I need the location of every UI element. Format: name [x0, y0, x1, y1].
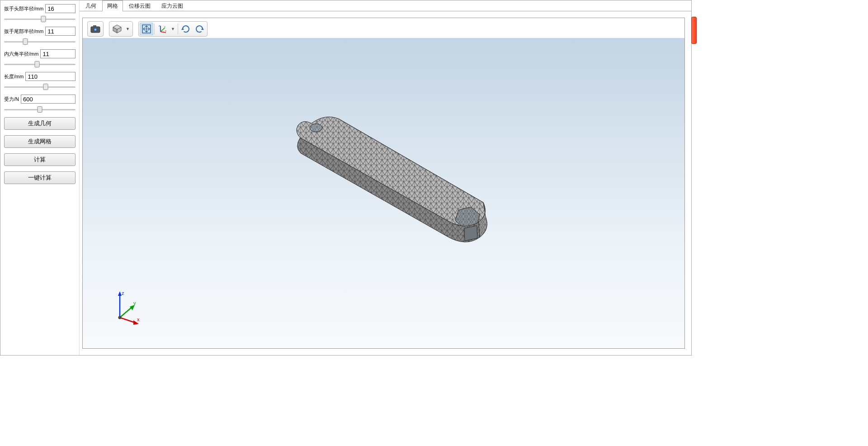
cube-iso-icon[interactable]: [110, 23, 124, 35]
svg-line-12: [160, 28, 165, 32]
parameter-sidebar: 扳手头部半径/mm 扳手尾部半径/mm 内六角半径/mm 长度/mm: [0, 0, 80, 355]
main-area: 几何 网格 位移云图 应力云图 ▼: [80, 0, 691, 355]
svg-rect-1: [93, 25, 96, 27]
fit-view-icon[interactable]: [140, 23, 153, 35]
svg-point-17: [310, 124, 322, 132]
canvas-3d[interactable]: z y x: [83, 38, 684, 348]
tail-radius-input[interactable]: [45, 27, 75, 36]
generate-mesh-button[interactable]: 生成网格: [4, 135, 75, 148]
calculate-button[interactable]: 计算: [4, 153, 75, 166]
slider-thumb[interactable]: [41, 16, 46, 22]
tab-stress[interactable]: 应力云图: [156, 0, 188, 11]
axis-label-x: x: [137, 317, 140, 322]
force-input[interactable]: [21, 95, 75, 104]
chevron-down-icon[interactable]: ▼: [169, 27, 177, 31]
chevron-down-icon[interactable]: ▼: [124, 27, 132, 31]
hex-radius-input[interactable]: [40, 49, 75, 58]
axes-icon[interactable]: z x y: [156, 23, 169, 35]
svg-marker-14: [181, 28, 184, 30]
svg-text:x: x: [165, 29, 166, 32]
param-label: 扳手尾部半径/mm: [4, 28, 43, 35]
svg-marker-15: [201, 28, 204, 30]
svg-point-3: [94, 28, 97, 31]
param-row-force: 受力/N: [4, 95, 75, 104]
param-row-hex-radius: 内六角半径/mm: [4, 49, 75, 58]
one-click-calc-button[interactable]: 一键计算: [4, 171, 75, 184]
svg-text:y: y: [164, 25, 165, 28]
axis-label-y: y: [133, 300, 136, 306]
param-row-tail-radius: 扳手尾部半径/mm: [4, 27, 75, 36]
svg-marker-21: [130, 305, 135, 310]
tab-mesh[interactable]: 网格: [102, 0, 123, 11]
slider-thumb[interactable]: [23, 38, 28, 45]
slider-thumb[interactable]: [43, 84, 48, 90]
svg-marker-19: [118, 291, 122, 296]
hex-radius-slider[interactable]: [4, 60, 75, 68]
right-scroll-indicator[interactable]: [691, 17, 697, 44]
viewport[interactable]: ▼ z x y ▼: [82, 18, 685, 349]
wrench-mesh: [257, 105, 510, 268]
length-input[interactable]: [25, 72, 75, 81]
svg-line-20: [120, 307, 132, 318]
head-radius-slider[interactable]: [4, 15, 75, 23]
slider-thumb[interactable]: [34, 61, 39, 67]
param-label: 长度/mm: [4, 73, 24, 80]
param-row-head-radius: 扳手头部半径/mm: [4, 4, 75, 13]
svg-text:z: z: [159, 24, 160, 27]
toolbar-group-view: ▼: [109, 21, 133, 37]
force-slider[interactable]: [4, 105, 75, 114]
camera-icon[interactable]: [89, 23, 102, 35]
tab-geometry[interactable]: 几何: [80, 0, 101, 11]
param-label: 内六角半径/mm: [4, 51, 38, 57]
param-label: 受力/N: [4, 96, 19, 103]
app-window: 扳手头部半径/mm 扳手尾部半径/mm 内六角半径/mm 长度/mm: [0, 0, 692, 356]
svg-line-22: [120, 318, 136, 323]
axis-label-z: z: [122, 290, 124, 296]
toolbar-group-snapshot: [87, 21, 104, 37]
rotate-ccw-icon[interactable]: [193, 23, 206, 35]
tab-bar: 几何 网格 位移云图 应力云图: [80, 0, 691, 11]
axis-triad: z y x: [110, 289, 146, 326]
tail-radius-slider[interactable]: [4, 38, 75, 46]
svg-marker-23: [133, 320, 139, 325]
param-label: 扳手头部半径/mm: [4, 5, 43, 12]
param-row-length: 长度/mm: [4, 72, 75, 81]
generate-geometry-button[interactable]: 生成几何: [4, 117, 75, 130]
svg-point-24: [118, 316, 122, 319]
slider-thumb[interactable]: [38, 106, 42, 113]
toolbar-group-nav: z x y ▼: [138, 21, 208, 37]
tab-displacement[interactable]: 位移云图: [124, 0, 156, 11]
rotate-cw-icon[interactable]: [179, 23, 193, 35]
viewport-toolbar: ▼ z x y ▼: [87, 21, 213, 37]
length-slider[interactable]: [4, 83, 75, 91]
head-radius-input[interactable]: [45, 4, 75, 13]
